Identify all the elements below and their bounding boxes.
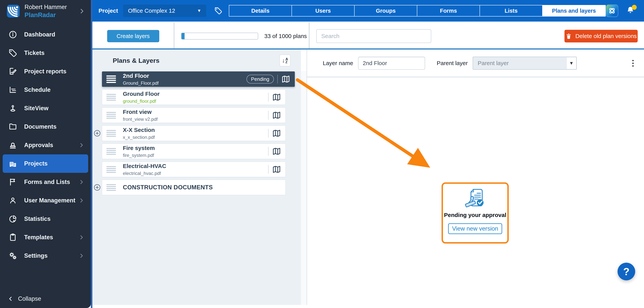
chevron-right-icon	[78, 142, 84, 148]
pending-badge: Pending	[246, 75, 274, 84]
plans-progress-fill	[182, 33, 184, 39]
sidebar-item-label: Project reports	[24, 68, 84, 75]
plan-row[interactable]: Electrical-HVACelectrical_hvac.pdf	[102, 162, 286, 177]
forms-icon	[8, 178, 17, 187]
sidebar-item-label: Tickets	[24, 50, 84, 56]
approvals-icon	[8, 141, 17, 149]
sidebar-item-label: Dashboard	[24, 31, 84, 38]
drag-handle-icon[interactable]	[106, 148, 116, 155]
user-name: Robert Hammer	[24, 4, 78, 11]
plan-row[interactable]: Front viewfront_view v2.pdf	[102, 107, 286, 123]
tab-lists[interactable]: Lists	[480, 5, 542, 16]
tag-icon[interactable]	[214, 6, 222, 15]
drag-handle-icon[interactable]	[106, 94, 116, 101]
chevron-right-icon	[78, 179, 84, 185]
sidebar: Robert Hammer PlanRadar DashboardTickets…	[0, 0, 91, 308]
help-button[interactable]: ?	[618, 263, 635, 280]
project-reports-icon	[8, 67, 17, 76]
sidebar-item-forms-and-lists[interactable]: Forms and Lists	[0, 173, 91, 191]
project-select-value: Office Complex 12	[128, 8, 197, 14]
caret-down-icon: ▼	[197, 8, 201, 13]
drag-handle-icon[interactable]	[106, 75, 116, 83]
chevron-left-icon	[8, 296, 14, 302]
plans-progress-bar	[181, 33, 258, 40]
bell-icon[interactable]	[626, 6, 636, 16]
sort-az-icon[interactable]: ↓ AZ	[280, 55, 290, 66]
plan-name: Fire system	[123, 145, 155, 151]
approval-stamp-icon	[462, 187, 488, 211]
plan-filename: fire_system.pdf	[123, 153, 155, 158]
sidebar-item-approvals[interactable]: Approvals	[0, 136, 91, 155]
create-layers-button[interactable]: Create layers	[107, 30, 159, 42]
parent-layer-select[interactable]: Parent layer ▼	[473, 57, 577, 70]
layer-name-input[interactable]	[358, 57, 425, 70]
schedule-icon	[8, 85, 17, 94]
sidebar-item-statistics[interactable]: Statistics	[0, 210, 91, 228]
drag-handle-icon[interactable]	[106, 166, 116, 173]
chevron-right-icon	[78, 198, 84, 203]
row-divider	[268, 93, 268, 102]
drag-handle-icon[interactable]	[106, 112, 116, 119]
delete-old-plan-versions-button[interactable]: Delete old plan versions	[564, 30, 638, 42]
sidebar-item-settings[interactable]: Settings	[0, 247, 91, 265]
sidebar-item-projects[interactable]: Projects	[3, 155, 88, 173]
plan-name: CONSTRUCTION DOCUMENTS	[123, 184, 213, 191]
documents-icon	[8, 122, 17, 131]
view-new-version-button[interactable]: View new version	[448, 223, 502, 234]
templates-icon	[8, 233, 17, 242]
plans-count: 33 of 1000 plans	[264, 33, 307, 39]
add-layer-button[interactable]	[94, 130, 101, 137]
add-layer-button[interactable]	[94, 184, 101, 191]
map-icon[interactable]	[272, 111, 281, 120]
sidebar-item-dashboard[interactable]: Dashboard	[0, 25, 91, 44]
tab-groups[interactable]: Groups	[354, 5, 417, 16]
approval-card: Pending your approval View new version	[442, 182, 509, 243]
sidebar-item-templates[interactable]: Templates	[0, 228, 91, 247]
tab-plans-and-layers[interactable]: Plans and layers	[542, 5, 605, 16]
parent-layer-value: Parent layer	[478, 60, 509, 66]
settings-icon	[8, 251, 17, 260]
map-icon[interactable]	[272, 93, 281, 102]
trash-icon	[566, 33, 572, 39]
sidebar-item-project-reports[interactable]: Project reports	[0, 62, 91, 81]
tab-details[interactable]: Details	[229, 5, 292, 16]
sidebar-nav: DashboardTicketsProject reportsScheduleS…	[0, 25, 91, 265]
plan-row[interactable]: 2nd FloorGround_Floor.pdfPending	[102, 71, 295, 87]
map-icon[interactable]	[272, 129, 281, 138]
plan-name: Ground Floor	[123, 91, 160, 97]
kebab-icon[interactable]	[632, 60, 634, 67]
collapse-button[interactable]: Collapse	[8, 293, 41, 304]
user-account-row[interactable]: Robert Hammer PlanRadar	[0, 0, 91, 22]
plan-row[interactable]: Fire systemfire_system.pdf	[102, 144, 286, 159]
plan-filename: x_x_section.pdf	[123, 135, 155, 140]
layer-detail-header: Layer name Parent layer Parent layer ▼	[307, 50, 644, 77]
approval-card-title: Pending your approval	[444, 212, 506, 218]
planradar-logo	[7, 5, 20, 18]
project-select[interactable]: Office Complex 12 ▼	[123, 5, 206, 17]
connect-icon[interactable]	[606, 5, 618, 17]
tab-users[interactable]: Users	[292, 5, 354, 16]
sidebar-item-user-management[interactable]: User Management	[0, 191, 91, 210]
map-icon[interactable]	[281, 75, 290, 84]
sidebar-item-label: Projects	[24, 160, 84, 167]
search-input[interactable]	[316, 29, 431, 43]
tab-forms[interactable]: Forms	[417, 5, 480, 16]
sidebar-item-label: Settings	[24, 252, 78, 259]
plan-filename: Ground_Floor.pdf	[123, 80, 159, 86]
plan-row[interactable]: X-X Sectionx_x_section.pdf	[102, 126, 286, 141]
sidebar-item-siteview[interactable]: SiteView	[0, 99, 91, 117]
sidebar-item-tickets[interactable]: Tickets	[0, 44, 91, 62]
sidebar-item-label: Forms and Lists	[24, 179, 78, 186]
scrollbar-track[interactable]	[301, 71, 306, 305]
sidebar-item-schedule[interactable]: Schedule	[0, 81, 91, 99]
map-icon[interactable]	[272, 147, 281, 156]
plan-row[interactable]: Ground Floorground_floor.pdf	[102, 89, 286, 105]
drag-handle-icon[interactable]	[106, 184, 116, 191]
sidebar-accent-strip	[91, 0, 92, 308]
collapse-label: Collapse	[18, 295, 41, 302]
map-icon[interactable]	[272, 165, 281, 174]
plan-row[interactable]: CONSTRUCTION DOCUMENTS	[102, 180, 286, 195]
sidebar-item-documents[interactable]: Documents	[0, 117, 91, 136]
drag-handle-icon[interactable]	[106, 130, 116, 137]
project-tabs: DetailsUsersGroupsFormsListsPlans and la…	[229, 5, 606, 17]
